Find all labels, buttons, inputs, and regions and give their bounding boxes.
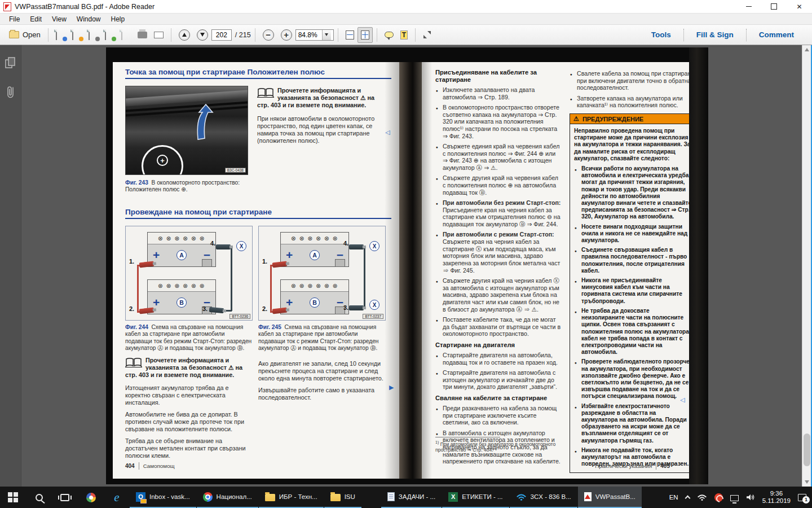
step-item: Свалете кабела за помощ при стартиране п… xyxy=(570,70,698,91)
export-pdf-button[interactable] xyxy=(52,27,69,43)
right-page-footer: Практически указания 405 xyxy=(595,462,670,470)
sticky-note-button[interactable] xyxy=(381,27,397,43)
fit-page-button[interactable] xyxy=(358,27,373,43)
sign-button[interactable] xyxy=(85,27,102,43)
fit-width-button[interactable] xyxy=(342,27,358,43)
warning-header: ⚠ ПРЕДУПРЕЖДЕНИЕ xyxy=(570,114,698,124)
taskbar-folder-ibr[interactable]: ИБР - Техн... xyxy=(259,487,324,508)
action-center-icon[interactable]: 1 xyxy=(798,494,806,501)
page-thumbnails-icon[interactable] xyxy=(0,52,21,75)
next-page-button[interactable] xyxy=(193,27,211,43)
taskbar-adobe-reader[interactable]: VWPassatB... xyxy=(578,487,642,508)
wifi-tray-icon[interactable] xyxy=(697,493,707,501)
task-view-button[interactable] xyxy=(52,487,78,508)
scroll-up-button[interactable] xyxy=(802,45,811,54)
highlight-text-button[interactable]: T xyxy=(397,27,411,43)
book-right-edge xyxy=(689,47,708,484)
zoom-in-button[interactable]: + xyxy=(277,27,295,43)
scroll-down-button[interactable] xyxy=(802,478,811,487)
vertical-scrollbar[interactable] xyxy=(802,45,811,487)
warning-item: Проверете наблюдателното прозорче на аку… xyxy=(574,358,694,400)
zoom-out-button[interactable]: − xyxy=(259,27,277,43)
email-button[interactable] xyxy=(151,27,167,43)
comment-panel-button[interactable]: Comment xyxy=(747,30,806,39)
fig245-caption: Фиг. 245 Схема на свързване на помощния … xyxy=(258,324,386,352)
step-item: В околомоторното пространство отворете с… xyxy=(435,104,562,140)
step-item: При автомобили с режим Старт-стоп: Свърж… xyxy=(435,231,562,274)
menu-help[interactable]: Help xyxy=(107,14,130,24)
taskbar-folder-isu[interactable]: ISU xyxy=(324,487,361,508)
fig243-engine-photo: + B3C-0438 xyxy=(125,86,248,175)
maximize-button[interactable] xyxy=(761,0,787,13)
scanned-book-spread: Точка за помощ при стартиране Положителе… xyxy=(106,47,708,484)
fig244-caption: Фиг. 244 Схема на свързване на помощния … xyxy=(125,324,253,352)
subheading-remove-cables: Сваляне на кабелите за стартиране xyxy=(435,395,562,402)
create-pdf-button[interactable] xyxy=(69,27,85,43)
book-gutter-shadow xyxy=(399,62,422,479)
taskbar-excel[interactable]: X ЕТИКЕТИ - ... xyxy=(442,487,509,508)
windows-taskbar: e O Inbox - vask... Национал... ИБР - Те… xyxy=(0,487,812,508)
navigation-sidebar xyxy=(0,45,21,487)
step-item: Изключете запалването на двата автомобил… xyxy=(435,86,562,100)
folder-icon xyxy=(265,494,275,501)
tray-clock[interactable]: 9:36 5.11.2019 xyxy=(762,490,791,505)
open-button[interactable]: Open xyxy=(6,27,44,43)
intro-paragraph: При някои автомобили в околомоторното пр… xyxy=(257,115,379,144)
taskbar-outlook[interactable]: O Inbox - vask... xyxy=(130,487,196,508)
outlook-icon: O xyxy=(136,492,145,502)
menu-edit[interactable]: Edit xyxy=(25,14,46,24)
step-item: Преди разкачването на кабела за помощ пр… xyxy=(435,405,562,426)
page-count-label: / 215 xyxy=(235,31,251,39)
step-item: Свържете единия край на червения кабел с… xyxy=(435,143,562,172)
battery-a-label: A xyxy=(310,250,320,260)
volume-tray-icon[interactable] xyxy=(746,493,755,501)
close-button[interactable]: ✕ xyxy=(787,0,812,13)
internet-explorer-taskbar-icon[interactable]: e xyxy=(104,487,130,508)
read-book-icon xyxy=(125,357,142,368)
taskbar-notepad[interactable]: ЗАДАЧИ - ... xyxy=(381,487,442,508)
page-nav-back-icon[interactable]: ◁ xyxy=(385,129,390,136)
ground-point-x: X xyxy=(369,300,379,310)
show-hidden-icons-chevron[interactable] xyxy=(685,496,690,501)
network-tray-icon[interactable] xyxy=(730,495,739,501)
zoom-level-select[interactable]: 84.8% xyxy=(295,29,334,41)
search-button[interactable] xyxy=(26,487,52,508)
taskbar-3cx[interactable]: 3CX - 836 B... xyxy=(510,487,577,508)
warning-item: Избягвайте електростатичното разреждане … xyxy=(574,403,694,444)
save-button[interactable] xyxy=(118,27,134,43)
language-indicator[interactable]: EN xyxy=(669,494,678,501)
cloud-upload-button[interactable] xyxy=(102,27,118,43)
previous-page-button[interactable] xyxy=(175,27,193,43)
fig244-diagram: ⊗ ⊗ ⊗ ⊗ ⊗ ⊗ + A − ⊗ ⊗ ⊗ ⊗ ⊗ ⊗ + B − xyxy=(125,226,253,321)
menu-view[interactable]: View xyxy=(47,14,71,24)
notification-count-badge: 1 xyxy=(802,496,810,503)
scrollbar-thumb[interactable] xyxy=(804,433,810,466)
right-page: Присъединяване на кабелите за стартиране… xyxy=(422,62,689,479)
attachments-paperclip-icon[interactable] xyxy=(0,81,21,104)
fill-sign-panel-button[interactable]: Fill & Sign xyxy=(684,30,746,39)
taskbar-chrome[interactable]: Национал... xyxy=(197,487,258,508)
menu-file[interactable]: File xyxy=(5,14,24,24)
warning-item: Никога не присъединявайте минусовия кабе… xyxy=(574,277,694,305)
system-tray: EN 9:36 5.11.2019 1 xyxy=(669,487,812,508)
start-button[interactable] xyxy=(0,487,26,508)
minimize-button[interactable] xyxy=(736,0,761,13)
left-page: Точка за помощ при стартиране Положителе… xyxy=(113,62,399,479)
warning-item: Носете винаги подходящи защитни очила и … xyxy=(574,224,694,244)
tools-panel-button[interactable]: Tools xyxy=(639,30,683,39)
document-workspace: Точка за помощ при стартиране Положителе… xyxy=(0,45,812,487)
ground-point-x: X xyxy=(236,241,246,251)
adobe-reader-app-icon xyxy=(3,2,11,11)
antivirus-tray-icon[interactable] xyxy=(714,493,723,502)
page-number-input[interactable] xyxy=(211,29,232,41)
fullscreen-button[interactable] xyxy=(420,27,435,43)
page-nav-forward-icon[interactable]: ▶ xyxy=(389,384,394,391)
menu-window[interactable]: Window xyxy=(72,14,105,24)
adobe-reader-icon xyxy=(584,492,592,501)
notepad-icon xyxy=(387,492,395,501)
zoom-dropdown-arrow[interactable] xyxy=(322,30,331,40)
page-nav-back-icon[interactable]: ◁ xyxy=(680,396,685,404)
paint-taskbar-icon[interactable] xyxy=(78,487,104,508)
print-button[interactable] xyxy=(134,27,151,43)
subheading-connect-cables: Присъединяване на кабелите за стартиране xyxy=(435,69,562,84)
